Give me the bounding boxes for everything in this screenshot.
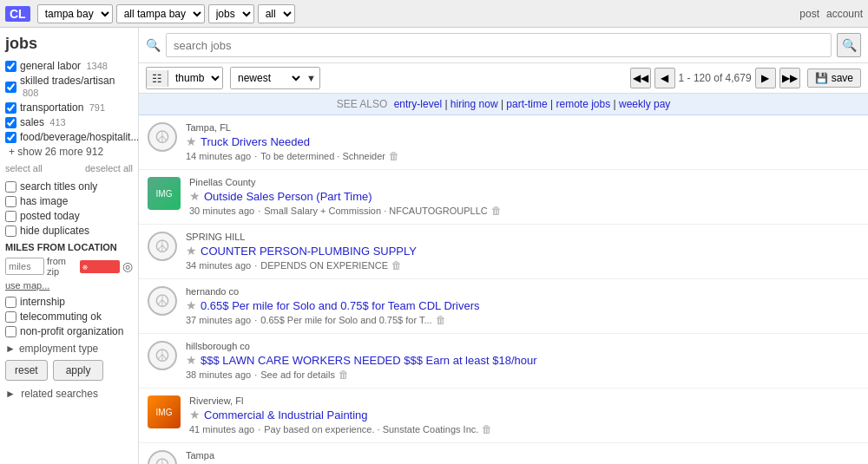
deselect-all-link[interactable]: deselect all [85, 163, 133, 173]
listing-thumbnail: ☮ [148, 341, 177, 370]
listing-location: Tampa, FL [186, 122, 859, 133]
filter-hide-duplicates-label[interactable]: hide duplicates [20, 225, 89, 237]
listing-title-link[interactable]: 0.65$ Per mile for Solo and 0.75$ for Te… [201, 299, 480, 312]
listing-meta: 30 minutes ago · Small Salary + Commissi… [189, 205, 859, 217]
see-also-part-time[interactable]: part-time [506, 98, 547, 110]
filter-nonprofit-label[interactable]: non-profit organization [20, 325, 123, 337]
prev-page-button[interactable]: ◀ [654, 68, 675, 88]
see-also-remote-jobs[interactable]: remote jobs [556, 98, 610, 110]
listing-title-link[interactable]: Truck Drivers Needed [201, 135, 310, 148]
location-dropdown[interactable]: tampa bay [37, 4, 113, 23]
favorite-icon[interactable]: ★ [186, 353, 197, 367]
category-general-labor-label[interactable]: general labor 1348 [20, 60, 108, 72]
search-input[interactable] [166, 33, 832, 57]
first-page-button[interactable]: ◀◀ [630, 68, 651, 88]
search-button[interactable]: 🔍 [837, 33, 861, 57]
sort-selector[interactable]: newest oldest price asc price desc ▼ [230, 67, 320, 89]
category-skilled-trades-checkbox[interactable] [5, 82, 16, 93]
view-icon[interactable]: ☷ [147, 70, 168, 87]
listing-row[interactable]: ☮ SPRING HILL ★ COUNTER PERSON-PLUMBING … [139, 225, 868, 279]
filter-has-image-checkbox[interactable] [5, 196, 16, 207]
filter-posted-today-checkbox[interactable] [5, 211, 16, 222]
category-dropdown[interactable]: jobs [208, 4, 254, 23]
see-also-hiring-now[interactable]: hiring now [450, 98, 498, 110]
related-searches-link[interactable]: ► related searches [5, 388, 133, 400]
listing-row[interactable]: ☮ hernando co ★ 0.65$ Per mile for Solo … [139, 279, 868, 334]
category-skilled-trades-label[interactable]: skilled trades/artisan 808 [20, 75, 133, 99]
delete-icon[interactable]: 🗑 [339, 369, 349, 381]
category-general-labor-checkbox[interactable] [5, 61, 16, 72]
filter-search-titles-label[interactable]: search titles only [20, 180, 97, 193]
filter-posted-today-label[interactable]: posted today [20, 210, 80, 222]
category-sales-checkbox[interactable] [5, 117, 16, 128]
filter-hide-duplicates: hide duplicates [5, 225, 133, 237]
see-also-weekly-pay[interactable]: weekly pay [619, 98, 670, 110]
favorite-icon[interactable]: ★ [186, 134, 197, 148]
filter-has-image-label[interactable]: has image [20, 195, 68, 207]
subcategory-dropdown[interactable]: all [258, 4, 295, 23]
listing-row[interactable]: ☮ Tampa ★ DOCK BUILDER MARINE CONSTRUCTI… [139, 443, 868, 464]
apply-button[interactable]: apply [53, 360, 104, 381]
listing-meta: 34 minutes ago · DEPENDS ON EXPERIENCE 🗑 [186, 259, 859, 271]
delete-icon[interactable]: 🗑 [436, 314, 446, 326]
delete-icon[interactable]: 🗑 [391, 259, 402, 271]
main-layout: jobs general labor 1348 skilled trades/a… [0, 28, 868, 464]
view-selector[interactable]: ☷ thumb list map [146, 67, 223, 89]
next-page-button[interactable]: ▶ [755, 68, 776, 88]
listing-location: SPRING HILL [186, 232, 859, 242]
save-icon: 💾 [815, 72, 828, 84]
listing-title-link[interactable]: Outside Sales Person (Part Time) [204, 190, 372, 203]
filter-search-titles-checkbox[interactable] [5, 181, 16, 193]
filter-hide-duplicates-checkbox[interactable] [5, 225, 16, 237]
account-link[interactable]: account [826, 8, 863, 20]
area-dropdown[interactable]: all tampa bay [116, 4, 205, 23]
employment-type-toggle[interactable]: ► employment type [5, 343, 133, 355]
view-dropdown[interactable]: thumb list map [168, 68, 222, 88]
category-food-beverage-label[interactable]: food/beverage/hospitalit... [20, 131, 139, 143]
listing-details-text: Small Salary + Commission · NFCAUTOGROUP… [264, 206, 487, 216]
delete-icon[interactable]: 🗑 [389, 150, 399, 162]
listing-details: Pinellas County ★ Outside Sales Person (… [189, 177, 859, 217]
delete-icon[interactable]: 🗑 [491, 205, 502, 217]
use-map-link[interactable]: use map... [5, 280, 133, 291]
save-label: save [832, 72, 853, 84]
listing-title-link[interactable]: Commercial & Industrial Painting [204, 408, 368, 422]
favorite-icon[interactable]: ★ [189, 408, 201, 422]
filter-telecommuting-checkbox[interactable] [5, 311, 16, 323]
category-food-beverage-checkbox[interactable] [5, 132, 16, 143]
post-link[interactable]: post [799, 8, 819, 20]
reset-button[interactable]: reset [5, 360, 48, 381]
show-more[interactable]: + show 26 more 912 [9, 146, 133, 158]
search-icon: 🔍 [146, 38, 161, 52]
sort-dropdown[interactable]: newest oldest price asc price desc [231, 68, 303, 88]
zip-input[interactable]: ⎈ [80, 260, 120, 273]
show-more-link[interactable]: + show 26 more 912 [9, 146, 103, 158]
listing-row[interactable]: ☮ Tampa, FL ★ Truck Drivers Needed 14 mi… [139, 115, 868, 170]
favorite-icon[interactable]: ★ [186, 244, 197, 258]
filter-nonprofit-checkbox[interactable] [5, 326, 16, 337]
category-transportation-checkbox[interactable] [5, 102, 16, 114]
listing-meta: 14 minutes ago · To be determined · Schn… [186, 150, 859, 162]
listing-title-link[interactable]: COUNTER PERSON-PLUMBING SUPPLY [201, 245, 417, 258]
favorite-icon[interactable]: ★ [186, 298, 197, 312]
miles-input[interactable] [5, 258, 44, 275]
listing-thumbnail: ☮ [148, 232, 177, 261]
delete-icon[interactable]: 🗑 [482, 423, 492, 435]
filter-telecommuting-label[interactable]: telecommuting ok [20, 310, 102, 323]
listing-thumbnail: IMG [148, 395, 181, 428]
filter-search-titles: search titles only [5, 180, 133, 193]
category-transportation-label[interactable]: transportation 791 [20, 101, 105, 114]
favorite-icon[interactable]: ★ [189, 189, 201, 203]
select-all-link[interactable]: select all [5, 163, 43, 173]
filter-internship-checkbox[interactable] [5, 297, 16, 308]
map-pin-icon[interactable]: ◎ [122, 259, 133, 273]
listing-row[interactable]: IMG Pinellas County ★ Outside Sales Pers… [139, 170, 868, 225]
listing-row[interactable]: ☮ hillsborough co ★ $$$ LAWN CARE WORKER… [139, 334, 868, 389]
category-sales-label[interactable]: sales 413 [20, 116, 66, 128]
listing-row[interactable]: IMG Riverview, Fl ★ Commercial & Industr… [139, 389, 868, 443]
save-button[interactable]: 💾 save [807, 69, 861, 88]
listing-title-link[interactable]: $$$ LAWN CARE WORKERS NEEDED $$$ Earn at… [201, 354, 537, 367]
see-also-entry-level[interactable]: entry-level [394, 98, 442, 110]
last-page-button[interactable]: ▶▶ [779, 68, 800, 88]
filter-internship-label[interactable]: internship [20, 296, 65, 308]
